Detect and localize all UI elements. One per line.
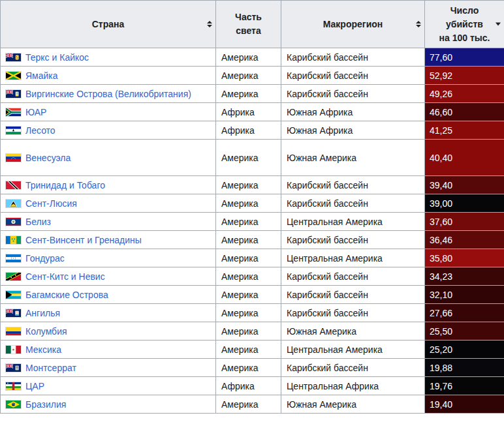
montserrat-flag-icon[interactable] (6, 364, 21, 372)
country-link[interactable]: Лесото (25, 125, 55, 136)
macroregion-cell: Карибский бассейн (281, 267, 425, 286)
table-row: АнгильяАмерикаКарибский бассейн27,66 (1, 304, 504, 322)
country-link[interactable]: Багамские Острова (25, 290, 108, 300)
homicide-rate-cell: 19,88 (425, 359, 504, 377)
continent-cell: Америка (216, 267, 281, 286)
macroregion-cell: Южная Америка (281, 322, 425, 341)
homicide-rate-cell: 41,25 (425, 121, 504, 140)
lesotho-flag-icon[interactable] (6, 127, 21, 134)
country-link[interactable]: Ямайка (25, 70, 58, 81)
table-row: Теркс и КайкосАмерикаКарибский бассейн77… (1, 48, 504, 67)
country-cell: Гондурас (1, 249, 216, 267)
homicide-rate-cell: 39,40 (425, 176, 504, 194)
homicide-rate-cell: 36,46 (425, 231, 504, 249)
country-cell: Тринидад и Тобаго (1, 176, 216, 194)
header-rate-label-line2: убийств (429, 18, 500, 31)
continent-cell: Америка (216, 359, 281, 377)
header-continent-label-line1: Часть (220, 10, 277, 24)
macroregion-cell: Центральная Америка (281, 341, 425, 359)
homicide-rate-cell: 39,00 (425, 194, 504, 213)
country-link[interactable]: Венесуэла (25, 153, 71, 163)
brazil-flag-icon[interactable] (6, 401, 21, 408)
colombia-flag-icon[interactable] (6, 327, 21, 335)
macroregion-cell: Южная Африка (281, 103, 425, 121)
country-cell: Колумбия (1, 322, 216, 341)
header-rate-label-line3: на 100 тыс. (429, 31, 500, 45)
country-link[interactable]: Тринидад и Тобаго (25, 180, 105, 190)
homicide-rate-cell: 35,80 (425, 249, 504, 267)
table-row: ЛесотоАфрикаЮжная Африка41,25 (1, 121, 504, 140)
continent-cell: Америка (216, 341, 281, 359)
belize-flag-icon[interactable] (6, 218, 21, 226)
country-link[interactable]: ЮАР (25, 107, 46, 117)
saint-vincent-and-grenadines-flag-icon[interactable] (6, 236, 21, 244)
country-cell: Белиз (1, 213, 216, 231)
table-row: МексикаАмерикаЦентральная Америка25,20 (1, 341, 504, 359)
trinidad-and-tobago-flag-icon[interactable] (6, 181, 21, 189)
south-africa-flag-icon[interactable] (6, 108, 21, 116)
country-cell: Монтсеррат (1, 359, 216, 377)
table-row: Багамские ОстроваАмерикаКарибский бассей… (1, 286, 504, 304)
country-link[interactable]: Колумбия (25, 326, 67, 337)
country-link[interactable]: Мексика (25, 344, 61, 355)
country-link[interactable]: Белиз (25, 217, 51, 227)
country-link[interactable]: Теркс и Кайкос (25, 52, 89, 63)
table-row: Сент-Китс и НевисАмерикаКарибский бассей… (1, 267, 504, 286)
central-african-republic-flag-icon[interactable] (6, 382, 21, 390)
country-cell: Ямайка (1, 67, 216, 85)
country-cell: Виргинские Острова (Великобритания) (1, 85, 216, 103)
mexico-flag-icon[interactable] (6, 346, 21, 354)
header-homicide-rate[interactable]: Число убийств на 100 тыс. (425, 1, 504, 48)
table-row: ЮАРАфрикаЮжная Африка46,60 (1, 103, 504, 121)
country-link[interactable]: Монтсеррат (25, 363, 76, 373)
sort-both-icon[interactable] (416, 21, 421, 27)
country-link[interactable]: Виргинские Острова (Великобритания) (25, 89, 191, 99)
sort-desc-icon[interactable] (496, 23, 501, 26)
country-link[interactable]: ЦАР (25, 381, 44, 391)
header-country[interactable]: Страна (1, 1, 216, 48)
country-link[interactable]: Сент-Китс и Невис (25, 271, 105, 282)
saint-kitts-and-nevis-flag-icon[interactable] (6, 273, 21, 280)
country-cell: Сент-Винсент и Гренадины (1, 231, 216, 249)
header-macroregion-label: Макрорегион (323, 19, 383, 29)
country-link[interactable]: Бразилия (25, 399, 66, 410)
continent-cell: Африка (216, 103, 281, 121)
homicide-rate-cell: 37,60 (425, 213, 504, 231)
country-link[interactable]: Сент-Люсия (25, 198, 77, 209)
header-country-label: Страна (92, 19, 125, 29)
macroregion-cell: Карибский бассейн (281, 286, 425, 304)
country-cell: Теркс и Кайкос (1, 48, 216, 67)
country-link[interactable]: Ангилья (25, 308, 60, 318)
country-link[interactable]: Сент-Винсент и Гренадины (25, 235, 142, 245)
venezuela-flag-icon[interactable] (6, 154, 21, 162)
country-cell: Лесото (1, 121, 216, 140)
homicide-rate-cell: 25,20 (425, 341, 504, 359)
country-cell: ЮАР (1, 103, 216, 121)
homicide-rate-cell: 25,50 (425, 322, 504, 341)
continent-cell: Африка (216, 121, 281, 140)
country-cell: Сент-Китс и Невис (1, 267, 216, 286)
continent-cell: Америка (216, 176, 281, 194)
bahamas-flag-icon[interactable] (6, 291, 21, 299)
continent-cell: Америка (216, 67, 281, 85)
country-link[interactable]: Гондурас (25, 253, 65, 264)
homicide-rate-cell: 19,40 (425, 395, 504, 414)
header-macroregion[interactable]: Макрорегион (281, 1, 425, 48)
country-cell: Венесуэла (1, 140, 216, 176)
turks-and-caicos-flag-icon[interactable] (6, 53, 21, 61)
saint-lucia-flag-icon[interactable] (6, 200, 21, 207)
continent-cell: Америка (216, 231, 281, 249)
table-row: ГондурасАмерикаЦентральная Америка35,80 (1, 249, 504, 267)
table-row: Тринидад и ТобагоАмерикаКарибский бассей… (1, 176, 504, 194)
table-row: Сент-ЛюсияАмерикаКарибский бассейн39,00 (1, 194, 504, 213)
anguilla-flag-icon[interactable] (6, 309, 21, 317)
homicide-rate-cell: 19,76 (425, 377, 504, 395)
virgin-islands-uk-flag-icon[interactable] (6, 90, 21, 98)
macroregion-cell: Карибский бассейн (281, 194, 425, 213)
header-continent[interactable]: Часть света (216, 1, 281, 48)
sort-both-icon[interactable] (207, 21, 212, 27)
homicide-rate-table: Страна Часть света Макрорегион Число уби… (0, 0, 504, 414)
honduras-flag-icon[interactable] (6, 254, 21, 262)
table-body: Теркс и КайкосАмерикаКарибский бассейн77… (1, 48, 504, 414)
jamaica-flag-icon[interactable] (6, 72, 21, 80)
